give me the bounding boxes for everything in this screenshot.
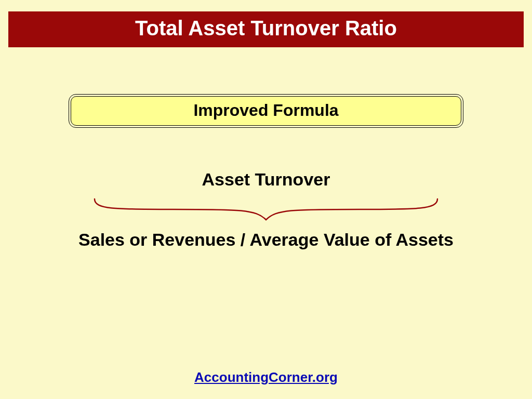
footer-link[interactable]: AccountingCorner.org bbox=[194, 369, 338, 385]
curly-brace-icon bbox=[84, 194, 448, 225]
formula-denominator: Sales or Revenues / Average Value of Ass… bbox=[48, 228, 484, 252]
subheading-box: Improved Formula bbox=[69, 94, 463, 128]
page-title: Total Asset Turnover Ratio bbox=[135, 17, 397, 39]
formula-numerator: Asset Turnover bbox=[0, 169, 532, 190]
subheading-label: Improved Formula bbox=[71, 96, 461, 126]
page-title-bar: Total Asset Turnover Ratio bbox=[8, 11, 524, 47]
subheading-outer-border: Improved Formula bbox=[69, 94, 463, 128]
formula-area: Asset Turnover Sales or Revenues / Avera… bbox=[0, 169, 532, 252]
footer: AccountingCorner.org bbox=[0, 369, 532, 385]
